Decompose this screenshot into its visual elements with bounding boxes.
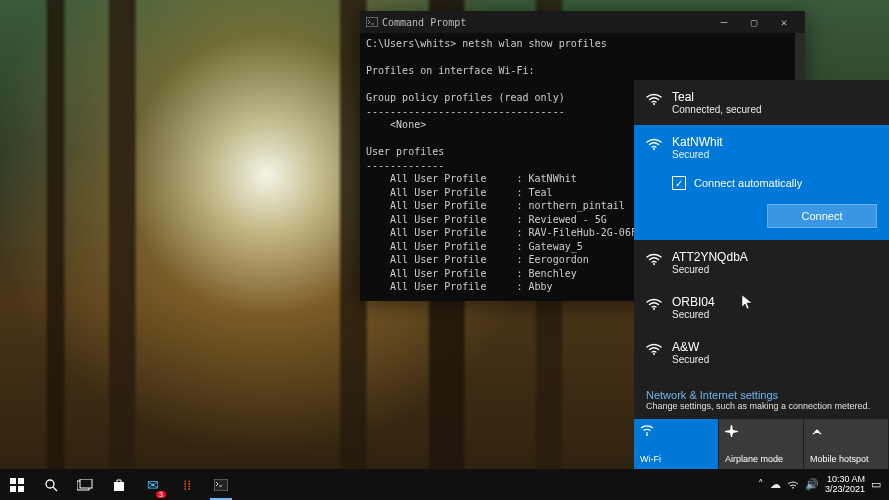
connect-button[interactable]: Connect: [767, 204, 877, 228]
svg-point-3: [653, 263, 655, 265]
quick-action-label: Airplane mode: [725, 454, 797, 464]
wifi-network-name: ATT2YNQdbA: [672, 250, 748, 264]
wifi-network-status: Secured: [672, 149, 723, 160]
airplane-icon: [725, 424, 797, 438]
svg-line-14: [53, 487, 57, 491]
svg-rect-9: [10, 478, 16, 484]
connect-auto-checkbox[interactable]: ✓: [672, 176, 686, 190]
wifi-network-item[interactable]: KatNWhitSecured: [634, 125, 889, 170]
wifi-signal-icon: [646, 92, 662, 106]
taskbar-app-terminal[interactable]: [204, 469, 238, 500]
cmd-icon: [366, 17, 378, 27]
svg-rect-0: [366, 17, 378, 27]
svg-rect-10: [18, 478, 24, 484]
quick-action-airplane[interactable]: Airplane mode: [719, 419, 803, 469]
taskbar-date: 3/23/2021: [825, 485, 865, 495]
network-settings-label: Network & Internet settings: [646, 389, 877, 401]
wifi-network-name: KatNWhit: [672, 135, 723, 149]
svg-rect-17: [214, 479, 228, 491]
wifi-selected-panel: ✓Connect automaticallyConnect: [634, 170, 889, 240]
taskbar-app-office[interactable]: ⁞⁞: [170, 469, 204, 500]
svg-rect-12: [18, 486, 24, 492]
svg-rect-11: [10, 486, 16, 492]
svg-point-7: [646, 434, 648, 436]
quick-action-label: Mobile hotspot: [810, 454, 882, 464]
cmd-title: Command Prompt: [382, 17, 466, 28]
taskbar-app-store[interactable]: [102, 469, 136, 500]
wifi-icon: [640, 424, 712, 438]
wifi-network-status: Secured: [672, 354, 709, 365]
taskbar-app-mail[interactable]: ✉3: [136, 469, 170, 500]
search-button[interactable]: [34, 469, 68, 500]
quick-action-wifi[interactable]: Wi-Fi: [634, 419, 718, 469]
tray-wifi-icon[interactable]: [787, 480, 799, 490]
tray-onedrive-icon[interactable]: ☁: [770, 478, 781, 491]
wifi-network-item[interactable]: ORBI04Secured: [634, 285, 889, 330]
quick-action-hotspot[interactable]: Mobile hotspot: [804, 419, 888, 469]
svg-point-4: [653, 308, 655, 310]
taskbar: ✉3 ⁞⁞ ˄ ☁ 🔊 10:30 AM 3/23/2021 ▭: [0, 469, 889, 500]
wifi-network-name: Teal: [672, 90, 762, 104]
minimize-button[interactable]: ─: [709, 12, 739, 32]
wifi-network-item[interactable]: TealConnected, secured: [634, 80, 889, 125]
wifi-network-item[interactable]: ATT2YNQdbASecured: [634, 240, 889, 285]
close-button[interactable]: ✕: [769, 12, 799, 32]
svg-point-13: [46, 480, 54, 488]
svg-point-1: [653, 103, 655, 105]
notifications-button[interactable]: ▭: [871, 478, 881, 491]
tray-volume-icon[interactable]: 🔊: [805, 478, 819, 491]
start-button[interactable]: [0, 469, 34, 500]
wifi-signal-icon: [646, 342, 662, 356]
network-settings-sub: Change settings, such as making a connec…: [646, 401, 877, 411]
wifi-network-status: Secured: [672, 309, 715, 320]
wifi-network-item[interactable]: A&WSecured: [634, 330, 889, 375]
wifi-network-list: TealConnected, securedKatNWhitSecured✓Co…: [634, 80, 889, 381]
svg-rect-16: [80, 479, 92, 488]
wifi-network-name: ORBI04: [672, 295, 715, 309]
hotspot-icon: [810, 424, 882, 438]
maximize-button[interactable]: ▢: [739, 12, 769, 32]
network-settings-link[interactable]: Network & Internet settings Change setti…: [634, 381, 889, 419]
svg-point-2: [653, 148, 655, 150]
cmd-titlebar[interactable]: Command Prompt ─ ▢ ✕: [360, 11, 805, 33]
wifi-network-name: A&W: [672, 340, 709, 354]
connect-auto-label: Connect automatically: [694, 177, 802, 189]
task-view-button[interactable]: [68, 469, 102, 500]
wifi-flyout: TealConnected, securedKatNWhitSecured✓Co…: [634, 80, 889, 469]
quick-action-label: Wi-Fi: [640, 454, 712, 464]
wifi-signal-icon: [646, 252, 662, 266]
taskbar-clock[interactable]: 10:30 AM 3/23/2021: [825, 475, 865, 495]
quick-actions: Wi-FiAirplane modeMobile hotspot: [634, 419, 889, 469]
wifi-signal-icon: [646, 137, 662, 151]
wifi-network-status: Connected, secured: [672, 104, 762, 115]
svg-point-5: [653, 353, 655, 355]
wifi-network-status: Secured: [672, 264, 748, 275]
tray-chevron-icon[interactable]: ˄: [758, 478, 764, 491]
wifi-signal-icon: [646, 297, 662, 311]
